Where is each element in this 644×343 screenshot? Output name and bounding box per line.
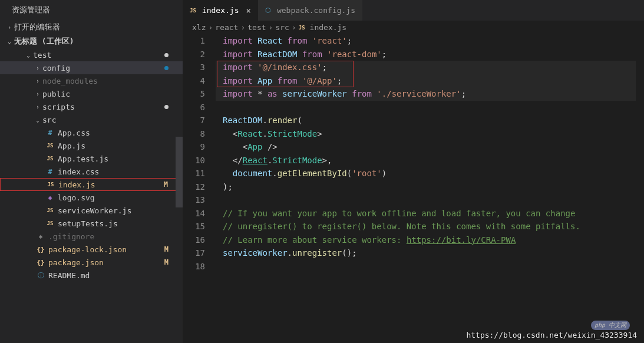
open-editors-section[interactable]: › 打开的编辑器: [0, 20, 183, 34]
folder-scripts[interactable]: › scripts: [0, 100, 183, 113]
file-service-worker[interactable]: JS serviceWorker.js: [0, 204, 183, 217]
chevron-down-icon: ⌄: [24, 52, 33, 58]
chevron-right-icon: ›: [33, 65, 42, 71]
file-app-js[interactable]: JS App.js: [0, 139, 183, 152]
modified-dot-icon: [164, 53, 169, 57]
file-app-css[interactable]: # App.css: [0, 126, 183, 139]
js-icon: JS: [45, 207, 55, 213]
file-index-js[interactable]: JS index.js M: [0, 178, 183, 191]
code-editor[interactable]: 123456789101112131415161718 import React…: [183, 34, 644, 343]
file-index-css[interactable]: # index.css: [0, 165, 183, 178]
folder-src[interactable]: ⌄ src: [0, 113, 183, 126]
folder-node-modules[interactable]: › node_modules: [0, 74, 183, 87]
modified-dot-icon: [164, 105, 169, 109]
watermark: https://blog.csdn.net/weixin_43233914: [466, 331, 637, 339]
file-logo-svg[interactable]: ◆ logo.svg: [0, 191, 183, 204]
line-gutter: 123456789101112131415161718: [183, 34, 216, 343]
modified-m-icon: M: [164, 180, 168, 189]
file-setup-tests[interactable]: JS setupTests.js: [0, 217, 183, 230]
json-icon: {}: [35, 259, 46, 266]
webpack-icon: ⬡: [265, 6, 271, 14]
php-badge: php 中文网: [591, 321, 630, 330]
folder-config[interactable]: › config: [0, 61, 183, 74]
file-gitignore[interactable]: ✱ .gitignore: [0, 230, 183, 243]
close-icon[interactable]: ×: [246, 6, 250, 15]
code-content[interactable]: import React from 'react';import ReactDO…: [216, 34, 636, 343]
js-icon: JS: [45, 182, 56, 187]
gitignore-icon: ✱: [35, 233, 46, 240]
file-package-lock[interactable]: {} package-lock.json M: [0, 243, 183, 256]
explorer-sidebar: 资源管理器 › 打开的编辑器 ⌄ 无标题 (工作区) ⌄ test › conf…: [0, 0, 183, 343]
file-readme[interactable]: ⓘ README.md: [0, 269, 183, 282]
file-package-json[interactable]: {} package.json M: [0, 256, 183, 269]
js-icon: JS: [45, 220, 55, 226]
folder-test[interactable]: ⌄ test: [0, 48, 183, 61]
minimap[interactable]: [636, 34, 644, 343]
tab-bar: JS index.js × ⬡ webpack.config.js: [183, 0, 644, 21]
scrollbar[interactable]: [176, 137, 183, 207]
json-icon: {}: [35, 246, 46, 253]
chevron-down-icon: ⌄: [33, 117, 42, 123]
js-icon: JS: [299, 25, 305, 31]
modified-dot-icon: [164, 66, 169, 70]
tab-webpack-config[interactable]: ⬡ webpack.config.js: [258, 0, 362, 21]
file-app-test-js[interactable]: JS App.test.js: [0, 152, 183, 165]
tab-index-js[interactable]: JS index.js ×: [183, 0, 258, 21]
explorer-title: 资源管理器: [0, 0, 183, 20]
svg-icon: ◆: [45, 194, 55, 202]
css-icon: #: [45, 129, 55, 137]
css-icon: #: [45, 168, 55, 176]
workspace-section[interactable]: ⌄ 无标题 (工作区): [0, 34, 183, 48]
folder-public[interactable]: › public: [0, 87, 183, 100]
chevron-right-icon: ›: [33, 104, 42, 110]
chevron-right-icon: ›: [33, 91, 42, 97]
js-icon: JS: [45, 156, 55, 161]
modified-m-icon: M: [164, 258, 169, 266]
chevron-right-icon: ›: [33, 78, 42, 84]
info-icon: ⓘ: [35, 271, 46, 280]
modified-m-icon: M: [164, 245, 169, 253]
chevron-down-icon: ⌄: [5, 38, 14, 45]
js-icon: JS: [190, 8, 196, 14]
js-icon: JS: [45, 143, 55, 149]
breadcrumb[interactable]: xlz› react› test› src› JS index.js: [183, 21, 644, 34]
editor-area: JS index.js × ⬡ webpack.config.js xlz› r…: [183, 0, 644, 343]
chevron-right-icon: ›: [5, 24, 14, 31]
